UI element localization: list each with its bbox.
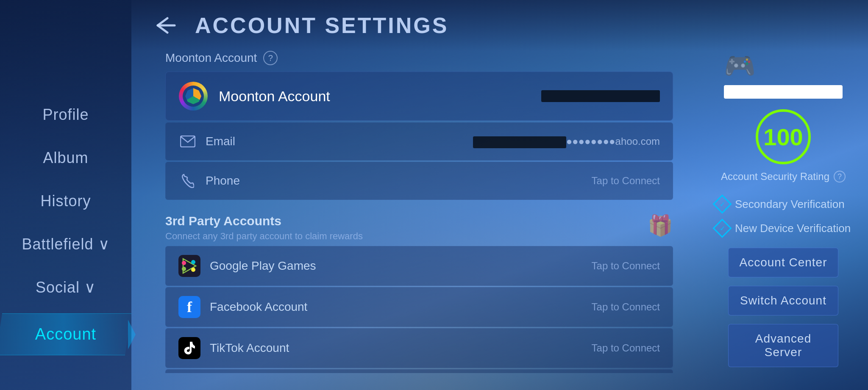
switch-account-button[interactable]: Switch Account [728,286,838,315]
moonton-account-name: Moonton Account [219,88,541,105]
sidebar-item-album[interactable]: Album [0,136,131,180]
svg-point-3 [191,260,195,264]
moonton-section-title: Moonton Account [165,51,257,65]
secondary-verification-label: Secondary Verification [735,198,845,211]
facebook-row[interactable]: f Facebook Account Tap to Connect [165,287,673,327]
moonton-help-icon[interactable]: ? [263,51,278,65]
sidebar-item-social[interactable]: Social ∨ [0,266,131,309]
sidebar: Profile Album History Battlefield ∨ Soci… [0,0,131,390]
main-content: Moonton Account ? Moonton Account Email … [148,42,690,373]
page-title: ACCOUNT SETTINGS [195,13,448,38]
sidebar-item-battlefield[interactable]: Battlefield ∨ [0,223,131,266]
google-play-name: Google Play Games [210,259,592,273]
moonton-icon [178,81,208,111]
phone-label: Phone [206,174,592,188]
security-label: Account Security Rating [721,171,829,183]
google-play-icon [178,255,200,277]
phone-icon [178,171,197,190]
right-panel: 🎮 100 Account Security Rating ? Secondar… [698,42,868,390]
advanced-server-button[interactable]: Advanced Server [728,324,838,367]
email-row: Email ●●●●●●●●ahoo.com [165,122,673,160]
new-device-verification-check-icon [712,219,732,238]
username-redacted-bar [724,85,843,99]
tiktok-row[interactable]: TikTok Account Tap to Connect [165,328,673,368]
moonton-redacted-value [541,90,660,102]
moonton-account-row: Moonton Account [165,72,673,121]
svg-point-4 [191,268,195,272]
vk-row[interactable]: VK VK Account Tap to Connect [165,369,673,373]
third-party-header: 3rd Party Accounts Connect any 3rd party… [165,201,673,246]
secondary-verification-item: Secondary Verification [711,193,855,215]
back-button[interactable] [148,13,182,38]
email-value: ●●●●●●●●ahoo.com [473,135,660,148]
security-circle: 100 [756,109,811,164]
secondary-verification-check-icon [712,194,732,213]
account-label: Account [35,325,96,343]
tiktok-icon [178,337,200,359]
email-label: Email [206,135,473,148]
svg-point-5 [182,267,186,271]
gamepad-icon: 🎮 [724,51,756,81]
phone-row: Phone Tap to Connect [165,162,673,200]
svg-point-2 [182,261,186,265]
third-party-title: 3rd Party Accounts [165,214,363,228]
account-center-button[interactable]: Account Center [728,248,838,277]
gift-icon: 🎁 [648,214,673,238]
new-device-verification-label: New Device Verification [735,222,851,235]
phone-tap-connect[interactable]: Tap to Connect [592,175,660,187]
tiktok-tap: Tap to Connect [592,342,660,354]
security-score: 100 [763,123,803,151]
sidebar-item-account[interactable]: Account [0,313,131,355]
sidebar-item-profile[interactable]: Profile [0,93,131,136]
security-help-icon[interactable]: ? [834,171,846,183]
facebook-name: Facebook Account [210,300,592,314]
google-play-tap: Tap to Connect [592,260,660,272]
facebook-tap: Tap to Connect [592,301,660,313]
third-party-subtitle: Connect any 3rd party account to claim r… [165,231,363,242]
active-tab-arrow [128,320,136,349]
email-icon [178,132,197,151]
google-play-row[interactable]: Google Play Games Tap to Connect [165,246,673,286]
sidebar-item-account-wrapper: Account [0,313,131,355]
action-buttons: Account Center Switch Account Advanced S… [728,248,838,371]
moonton-section-label: Moonton Account ? [165,51,673,65]
new-device-verification-item: New Device Verification [711,217,855,239]
security-label-row: Account Security Rating ? [721,171,846,183]
tiktok-name: TikTok Account [210,341,592,355]
facebook-icon: f [178,296,200,318]
sidebar-item-history[interactable]: History [0,180,131,223]
moonton-spiral [185,88,201,104]
